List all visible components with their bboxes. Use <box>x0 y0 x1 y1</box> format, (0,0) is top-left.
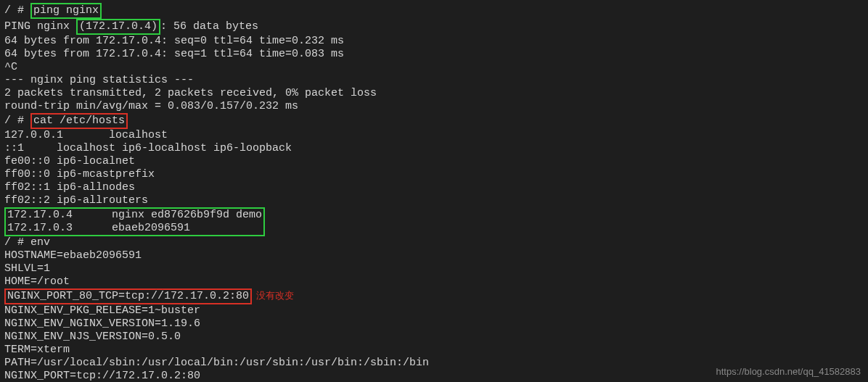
interrupt-signal: ^C <box>4 61 864 74</box>
hosts-entry: 127.0.0.1 localhost <box>4 129 864 142</box>
watermark-text: https://blog.csdn.net/qq_41582883 <box>716 366 861 378</box>
ping-reply-2: 64 bytes from 172.17.0.4: seq=1 ttl=64 t… <box>4 48 864 61</box>
ping-header: PING nginx (172.17.0.4): 56 data bytes <box>4 19 864 35</box>
ping-stats-rtt: round-trip min/avg/max = 0.083/0.157/0.2… <box>4 100 864 113</box>
hosts-entry: ff02::1 ip6-allnodes <box>4 181 864 194</box>
command-ping-highlighted: ping nginx <box>30 3 102 19</box>
ping-reply-1: 64 bytes from 172.17.0.4: seq=0 ttl=64 t… <box>4 35 864 48</box>
ping-stats-header: --- nginx ping statistics --- <box>4 74 864 87</box>
env-nginx-port-line: NGINX_PORT_80_TCP=tcp://172.17.0.2:80没有改… <box>4 288 864 304</box>
env-njs-version: NGINX_ENV_NJS_VERSION=0.5.0 <box>4 331 864 344</box>
hosts-entry: ff00::0 ip6-mcastprefix <box>4 168 864 181</box>
hosts-container-highlighted: 172.17.0.4 nginx ed87626b9f9d demo172.17… <box>4 207 265 236</box>
env-pkg-release: NGINX_ENV_PKG_RELEASE=1~buster <box>4 304 864 317</box>
env-nginx-port-highlighted: NGINX_PORT_80_TCP=tcp://172.17.0.2:80 <box>4 288 252 304</box>
env-shlvl: SHLVL=1 <box>4 262 864 275</box>
env-home: HOME=/root <box>4 275 864 288</box>
cmd-line-env: / # env <box>4 236 864 249</box>
hosts-entry: ff02::2 ip6-allrouters <box>4 194 864 207</box>
terminal-output: / # ping nginx PING nginx (172.17.0.4): … <box>4 3 864 382</box>
hosts-entry: ::1 localhost ip6-localhost ip6-loopback <box>4 142 864 155</box>
hosts-entry-self: 172.17.0.3 ebaeb2096591 <box>7 222 262 235</box>
shell-prompt: / # <box>4 115 30 127</box>
env-hostname: HOSTNAME=ebaeb2096591 <box>4 249 864 262</box>
hosts-entry-nginx: 172.17.0.4 nginx ed87626b9f9d demo <box>7 209 262 222</box>
ping-ip-highlighted: (172.17.0.4) <box>76 19 160 35</box>
cmd-line-ping: / # ping nginx <box>4 3 864 19</box>
shell-prompt: / # <box>4 4 30 17</box>
annotation-no-change: 没有改变 <box>256 290 294 301</box>
ping-stats-packets: 2 packets transmitted, 2 packets receive… <box>4 87 864 100</box>
env-nginx-version: NGINX_ENV_NGINX_VERSION=1.19.6 <box>4 317 864 331</box>
env-term: TERM=xterm <box>4 344 864 357</box>
command-cat-highlighted: cat /etc/hosts <box>30 113 128 129</box>
hosts-entry: fe00::0 ip6-localnet <box>4 155 864 168</box>
cmd-line-cat: / # cat /etc/hosts <box>4 113 864 129</box>
